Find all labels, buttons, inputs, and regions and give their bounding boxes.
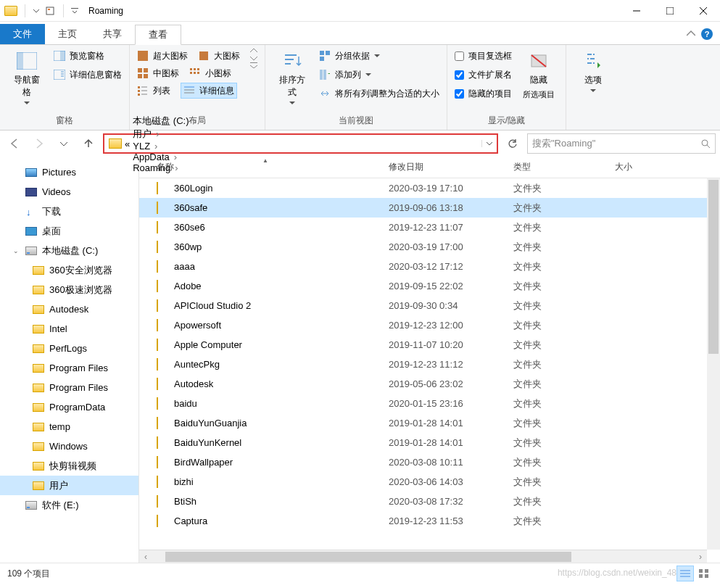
nav-tree-item[interactable]: Windows bbox=[0, 436, 138, 456]
layout-scroll-down-icon[interactable] bbox=[250, 55, 257, 61]
layout-more-icon[interactable] bbox=[250, 62, 257, 68]
file-row[interactable]: Autodesk2019-05-06 23:02文件夹 bbox=[139, 374, 720, 394]
nav-tree-item[interactable]: Pictures bbox=[0, 162, 138, 182]
help-icon[interactable]: ? bbox=[701, 28, 713, 40]
details-pane-button[interactable]: 详细信息窗格 bbox=[54, 67, 122, 83]
layout-extra-large[interactable]: 超大图标 bbox=[137, 48, 188, 64]
back-button[interactable] bbox=[4, 133, 25, 154]
file-row[interactable]: BirdWallpaper2020-03-08 10:11文件夹 bbox=[139, 452, 720, 472]
layout-large[interactable]: 大图标 bbox=[198, 48, 240, 64]
minimize-button[interactable] bbox=[620, 0, 653, 22]
file-row[interactable]: 360safe2019-09-06 13:18文件夹 bbox=[139, 198, 720, 218]
address-dropdown-icon[interactable] bbox=[487, 140, 492, 147]
group-by-button[interactable]: 分组依据 bbox=[319, 48, 439, 64]
qat-overflow-icon[interactable] bbox=[71, 7, 78, 15]
nav-tree-item[interactable]: 360安全浏览器 bbox=[0, 260, 138, 280]
breadcrumb-segment[interactable]: 用户› bbox=[133, 128, 199, 141]
file-extensions-checkbox[interactable]: 文件扩展名 bbox=[455, 67, 512, 83]
column-date[interactable]: 修改日期 bbox=[389, 161, 513, 173]
file-row[interactable]: bizhi2020-03-06 14:03文件夹 bbox=[139, 472, 720, 492]
maximize-button[interactable] bbox=[653, 0, 687, 22]
hidden-items-checkbox[interactable]: 隐藏的项目 bbox=[455, 86, 512, 102]
nav-tree-item[interactable]: Program Files bbox=[0, 378, 138, 397]
collapse-ribbon-icon[interactable] bbox=[687, 30, 695, 38]
search-input[interactable]: 搜索"Roaming" bbox=[527, 133, 716, 154]
folder-icon bbox=[157, 202, 170, 213]
add-columns-button[interactable]: + 添加列 bbox=[319, 67, 439, 83]
file-row[interactable]: BaiduYunGuanjia2019-01-28 14:01文件夹 bbox=[139, 413, 720, 433]
nav-tree-item[interactable]: PerfLogs bbox=[0, 339, 138, 358]
file-row[interactable]: Adobe2019-09-15 22:02文件夹 bbox=[139, 276, 720, 296]
vertical-scrollbar[interactable] bbox=[707, 178, 720, 550]
nav-tree-item[interactable]: 软件 (E:) bbox=[0, 495, 138, 515]
properties-icon[interactable] bbox=[44, 5, 56, 17]
navigation-pane-button[interactable]: 导航窗格 bbox=[7, 48, 46, 108]
item-checkboxes-checkbox[interactable]: 项目复选框 bbox=[455, 48, 512, 64]
forward-button[interactable] bbox=[29, 133, 49, 154]
nav-tree-item[interactable]: ProgramData bbox=[0, 397, 138, 417]
refresh-button[interactable] bbox=[502, 133, 523, 154]
file-row[interactable]: BaiduYunKernel2019-01-28 14:01文件夹 bbox=[139, 433, 720, 452]
file-row[interactable]: 360Login2020-03-19 17:10文件夹 bbox=[139, 178, 720, 198]
file-row[interactable]: 360se62019-12-23 11:07文件夹 bbox=[139, 218, 720, 237]
file-row[interactable]: AuntecPkg2019-12-23 11:12文件夹 bbox=[139, 355, 720, 374]
fit-columns-button[interactable]: 将所有列调整为合适的大小 bbox=[319, 86, 439, 102]
column-type[interactable]: 类型 bbox=[513, 161, 615, 173]
file-row[interactable]: Captura2019-12-23 11:53文件夹 bbox=[139, 511, 720, 531]
nav-tree-item[interactable]: 用户 bbox=[0, 476, 138, 495]
nav-tree-item[interactable]: 快剪辑视频 bbox=[0, 456, 138, 476]
view-large-icons-button[interactable] bbox=[695, 566, 713, 581]
layout-medium[interactable]: 中图标 bbox=[137, 65, 179, 81]
nav-tree-item[interactable]: ↓下载 bbox=[0, 202, 138, 221]
file-row[interactable]: aaaa2020-03-12 17:12文件夹 bbox=[139, 257, 720, 276]
nav-tree-item[interactable]: Videos bbox=[0, 182, 138, 202]
layout-small[interactable]: 小图标 bbox=[189, 65, 231, 81]
pic-icon bbox=[25, 167, 38, 178]
layout-scroll-up-icon[interactable] bbox=[250, 48, 257, 54]
window-title: Roaming bbox=[83, 6, 123, 16]
svg-rect-25 bbox=[194, 72, 196, 74]
sort-by-button[interactable]: 排序方式 bbox=[273, 48, 312, 108]
folder-icon bbox=[32, 324, 45, 334]
view-details-button[interactable] bbox=[676, 566, 694, 581]
preview-pane-button[interactable]: 预览窗格 bbox=[54, 48, 122, 64]
layout-list[interactable]: 列表 bbox=[137, 83, 170, 99]
nav-tree-item[interactable]: 桌面 bbox=[0, 221, 138, 241]
recent-locations-button[interactable] bbox=[54, 133, 74, 154]
ribbon-group-panes: 导航窗格 预览窗格 详细信息窗格 窗格 bbox=[0, 45, 130, 130]
nav-tree-item[interactable]: ⌄本地磁盘 (C:) bbox=[0, 241, 138, 260]
item-count: 109 个项目 bbox=[7, 568, 50, 580]
file-row[interactable]: BtiSh2020-03-08 17:32文件夹 bbox=[139, 492, 720, 511]
svg-rect-29 bbox=[138, 90, 140, 92]
breadcrumb-segment[interactable]: 本地磁盘 (C:)› bbox=[133, 115, 199, 128]
file-row[interactable]: APICloud Studio 22019-09-30 0:34文件夹 bbox=[139, 296, 720, 315]
options-button[interactable]: 选项 bbox=[574, 48, 613, 96]
up-button[interactable] bbox=[78, 133, 99, 154]
nav-tree-item[interactable]: Program Files bbox=[0, 358, 138, 378]
horizontal-scrollbar[interactable]: ‹› bbox=[139, 550, 707, 563]
nav-tree-item[interactable]: temp bbox=[0, 417, 138, 436]
file-row[interactable]: Apowersoft2019-12-23 12:00文件夹 bbox=[139, 315, 720, 335]
tab-file[interactable]: 文件 bbox=[0, 24, 45, 44]
address-bar[interactable]: « 本地磁盘 (C:)›用户›YLZ›AppData›Roaming› bbox=[103, 133, 498, 154]
file-row[interactable]: baidu2020-01-15 23:16文件夹 bbox=[139, 394, 720, 413]
layout-details[interactable]: 详细信息 bbox=[181, 83, 237, 99]
nav-tree-item[interactable]: 360极速浏览器 bbox=[0, 280, 138, 299]
tab-share[interactable]: 共享 bbox=[90, 24, 135, 44]
tab-home[interactable]: 主页 bbox=[45, 24, 90, 44]
close-button[interactable] bbox=[687, 0, 720, 22]
column-name[interactable]: 名称 bbox=[157, 161, 389, 173]
folder-icon bbox=[32, 481, 45, 491]
qat-dropdown-icon[interactable] bbox=[33, 7, 40, 15]
file-row[interactable]: 360wp2020-03-19 17:00文件夹 bbox=[139, 237, 720, 257]
sort-indicator-icon: ▲ bbox=[262, 157, 268, 164]
file-row[interactable]: Apple Computer2019-11-07 10:20文件夹 bbox=[139, 335, 720, 355]
ribbon-group-current-view: 排序方式 分组依据 + 添加列 将所有列调整为合适的大小 bbox=[265, 45, 447, 130]
hide-selected-button[interactable]: 隐藏 所选项目 bbox=[519, 48, 558, 103]
breadcrumb-segment[interactable]: YLZ› bbox=[133, 141, 199, 152]
tab-view[interactable]: 查看 bbox=[135, 25, 181, 45]
nav-tree-item[interactable]: Intel bbox=[0, 319, 138, 339]
svg-rect-44 bbox=[323, 70, 326, 80]
column-size[interactable]: 大小 bbox=[615, 161, 654, 173]
nav-tree-item[interactable]: Autodesk bbox=[0, 299, 138, 319]
